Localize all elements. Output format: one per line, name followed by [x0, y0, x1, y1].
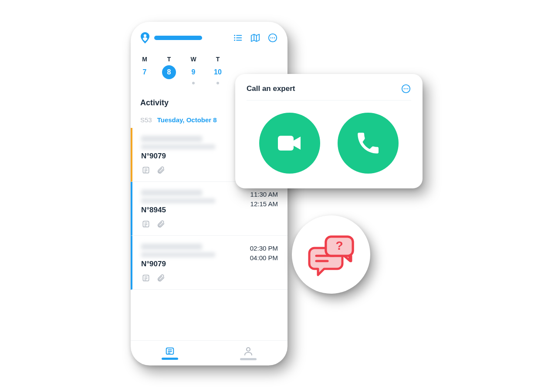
tab-bar	[131, 340, 287, 365]
day-number: 8	[162, 65, 176, 79]
user-pin-icon[interactable]	[140, 32, 150, 44]
voice-call-button[interactable]	[338, 113, 399, 174]
more-icon[interactable]	[267, 33, 278, 43]
notes-icon[interactable]	[141, 166, 151, 174]
day-label: M	[132, 56, 157, 63]
svg-marker-7	[251, 34, 259, 42]
day-tuesday[interactable]: T 8	[157, 56, 181, 84]
phone-frame: M 7 T 8 W 9 T 10 Activity S53 Tuesday, O…	[131, 22, 287, 365]
redacted-title	[141, 244, 202, 250]
day-thursday[interactable]: T 10	[206, 56, 230, 84]
notes-icon[interactable]	[141, 220, 151, 228]
day-number: 10	[211, 65, 225, 79]
tab-activity[interactable]	[131, 341, 209, 365]
call-card-title: Call an expert	[247, 84, 295, 93]
map-icon[interactable]	[250, 33, 260, 43]
day-dot	[216, 82, 219, 84]
tab-underline	[162, 358, 178, 360]
help-chat-icon: ?	[305, 231, 357, 278]
attachment-icon[interactable]	[156, 220, 166, 228]
svg-point-32	[404, 88, 405, 89]
svg-rect-35	[278, 136, 294, 151]
week-number: S53	[140, 116, 152, 124]
day-dot	[192, 82, 195, 84]
redacted-subtitle	[141, 144, 215, 149]
call-expert-card: Call an expert	[235, 74, 423, 188]
item-time-start: 11:30 AM	[250, 190, 278, 199]
attachment-icon[interactable]	[156, 166, 166, 174]
tab-profile[interactable]	[209, 341, 287, 365]
day-monday[interactable]: M 7	[132, 56, 157, 84]
list-item[interactable]: N°9079 02:30 PM 04:00 PM	[131, 236, 287, 290]
redacted-subtitle	[141, 252, 215, 257]
notes-icon[interactable]	[141, 274, 151, 282]
list-item[interactable]: N°8945 11:30 AM 12:15 AM	[131, 182, 287, 236]
card-more-icon[interactable]	[401, 84, 411, 94]
day-number: 7	[138, 65, 152, 79]
svg-point-3	[234, 40, 235, 41]
phone-toolbar	[131, 22, 287, 48]
day-label: T	[206, 56, 230, 63]
day-wednesday[interactable]: W 9	[181, 56, 206, 84]
selected-date: Tuesday, October 8	[157, 116, 217, 124]
svg-point-1	[234, 35, 235, 36]
help-chat-badge[interactable]: ?	[292, 215, 370, 294]
day-number: 9	[186, 65, 200, 79]
svg-point-13	[274, 37, 275, 38]
item-times: 02:30 PM 04:00 PM	[250, 244, 278, 263]
day-label: W	[181, 56, 206, 63]
svg-point-33	[406, 88, 406, 89]
svg-point-2	[234, 37, 235, 39]
toolbar-title-placeholder	[154, 36, 202, 40]
item-time-end: 04:00 PM	[250, 253, 278, 263]
redacted-title	[141, 136, 202, 142]
item-times: 11:30 AM 12:15 AM	[250, 190, 278, 209]
video-call-button[interactable]	[259, 113, 320, 174]
list-icon[interactable]	[233, 33, 243, 43]
day-label: T	[157, 56, 181, 63]
tab-underline	[240, 358, 257, 360]
redacted-title	[141, 190, 202, 196]
svg-text:?: ?	[335, 239, 343, 252]
svg-point-30	[247, 348, 250, 351]
svg-point-12	[272, 37, 273, 38]
svg-point-11	[271, 37, 271, 38]
svg-point-0	[144, 34, 146, 37]
redacted-subtitle	[141, 198, 215, 203]
item-time-end: 12:15 AM	[250, 199, 278, 209]
item-time-start: 02:30 PM	[250, 244, 278, 253]
svg-point-34	[407, 88, 408, 89]
attachment-icon[interactable]	[156, 274, 166, 282]
